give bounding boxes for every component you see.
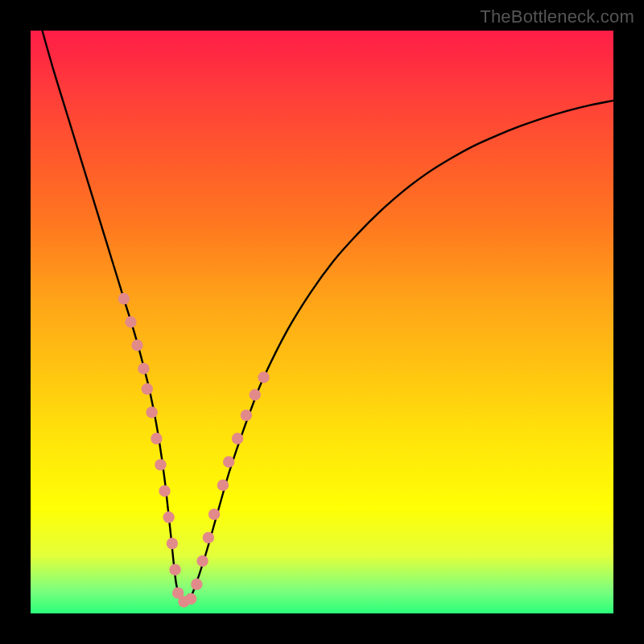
- data-marker: [250, 389, 261, 400]
- data-marker: [155, 459, 166, 470]
- data-marker: [241, 410, 252, 421]
- chart-svg: [31, 31, 613, 613]
- data-marker: [138, 363, 149, 374]
- data-marker: [163, 511, 174, 522]
- data-marker: [131, 340, 142, 351]
- data-marker: [159, 485, 170, 497]
- plot-area: [31, 31, 613, 613]
- data-marker: [208, 509, 220, 520]
- data-marker: [217, 480, 229, 491]
- chart-frame: TheBottleneck.com: [0, 0, 644, 644]
- data-marker: [191, 579, 202, 590]
- data-marker: [151, 433, 162, 444]
- watermark-text: TheBottleneck.com: [480, 6, 634, 27]
- data-marker: [196, 555, 208, 567]
- data-marker: [232, 433, 243, 444]
- data-marker: [125, 316, 136, 328]
- data-marker: [169, 564, 180, 576]
- data-marker: [223, 456, 234, 468]
- data-marker: [167, 538, 178, 549]
- data-marker: [258, 372, 269, 383]
- data-marker: [142, 383, 153, 394]
- data-marker: [118, 293, 130, 304]
- data-marker: [146, 407, 157, 418]
- data-marker: [203, 532, 214, 543]
- marker-group: [118, 293, 270, 608]
- data-marker: [185, 593, 196, 605]
